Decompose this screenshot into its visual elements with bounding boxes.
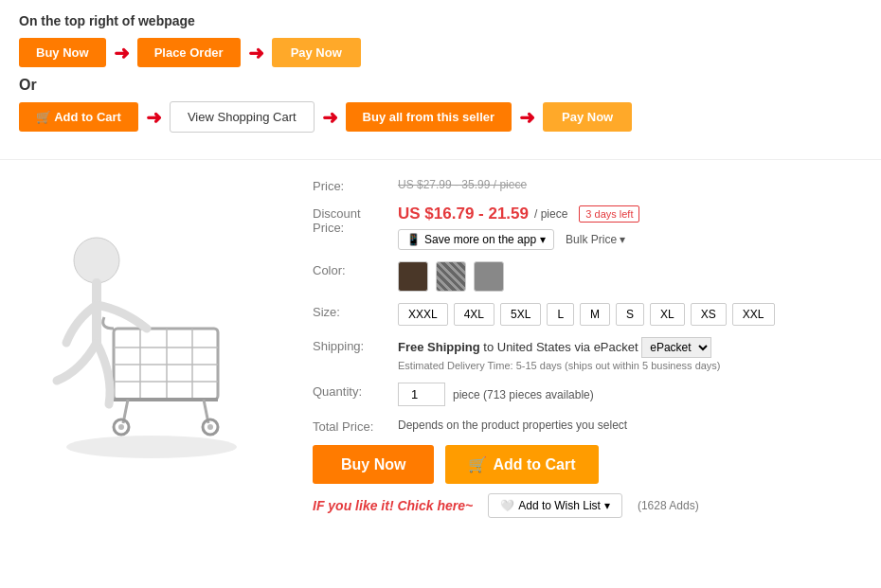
quantity-row: Quantity: piece (713 pieces available) [313, 383, 862, 406]
days-left-badge: 3 days left [579, 205, 639, 223]
arrow-icon-1: ➜ [114, 42, 130, 64]
svg-point-0 [66, 436, 237, 458]
buy-all-from-seller-button[interactable]: Buy all from this seller [346, 102, 512, 132]
product-details: Price: US $27.99 - 35.99 / piece Discoun… [303, 177, 862, 518]
top-label: On the top right of webpage [19, 13, 862, 28]
cart-icon-top: 🛒 [36, 110, 51, 124]
flow-row-1: Buy Now ➜ Place Order ➜ Pay Now [19, 38, 862, 67]
save-app-row: 📱 Save more on the app ▾ Bulk Price ▾ [398, 229, 862, 250]
qty-available-text: piece (713 pieces available) [453, 388, 594, 401]
wishlist-row: IF you like it! Chick here~ 🤍 Add to Wis… [313, 493, 862, 518]
click-here-text: IF you like it! Chick here~ [313, 498, 473, 513]
quantity-content: piece (713 pieces available) [398, 383, 862, 406]
color-swatch-1[interactable] [398, 261, 428, 292]
pay-now-button-top[interactable]: Pay Now [272, 38, 361, 67]
quantity-input[interactable] [398, 383, 445, 406]
cart-icon-main: 🛒 [468, 455, 487, 473]
discount-label: DiscountPrice: [313, 205, 388, 235]
add-to-cart-button-top[interactable]: 🛒 Add to Cart [19, 102, 138, 132]
view-shopping-cart-button[interactable]: View Shopping Cart [170, 101, 315, 133]
total-price-text: Depends on the product properties you se… [398, 419, 627, 432]
arrow-icon-5: ➜ [519, 106, 535, 129]
size-option[interactable]: 5XL [500, 303, 541, 326]
svg-point-15 [74, 238, 119, 283]
color-swatch-2[interactable] [436, 261, 466, 292]
save-app-text: Save more on the app [424, 233, 536, 246]
color-swatches [398, 261, 862, 292]
arrow-icon-2: ➜ [248, 42, 264, 64]
size-option[interactable]: XXL [732, 303, 775, 326]
shipping-content: Free Shipping to United States via ePack… [398, 337, 862, 371]
price-label: Price: [313, 177, 388, 193]
svg-point-14 [207, 424, 213, 430]
size-option[interactable]: L [547, 303, 574, 326]
total-price-row: Total Price: Depends on the product prop… [313, 418, 862, 434]
add-to-wishlist-button[interactable]: 🤍 Add to Wish List ▾ [488, 493, 622, 518]
flow-row-2: 🛒 Add to Cart ➜ View Shopping Cart ➜ Buy… [19, 101, 862, 133]
shipping-to-text: to United States via ePacket [483, 340, 638, 354]
buy-now-button-main[interactable]: Buy Now [313, 445, 434, 484]
color-content [398, 261, 862, 292]
shipping-row: Shipping: Free Shipping to United States… [313, 337, 862, 371]
size-option[interactable]: S [616, 303, 644, 326]
price-row: Price: US $27.99 - 35.99 / piece [313, 177, 862, 193]
product-image-area [19, 177, 284, 480]
wishlist-label: Add to Wish List [518, 499, 601, 512]
arrow-icon-4: ➜ [322, 106, 338, 129]
heart-icon: 🤍 [500, 499, 514, 512]
phone-icon: 📱 [406, 233, 421, 246]
total-content: Depends on the product properties you se… [398, 418, 862, 432]
svg-point-12 [118, 424, 124, 430]
wishlist-count: (1628 Adds) [638, 499, 699, 512]
shipping-info: Free Shipping to United States via ePack… [398, 337, 862, 358]
place-order-button[interactable]: Place Order [137, 38, 241, 67]
main-area: Price: US $27.99 - 35.99 / piece Discoun… [0, 168, 881, 527]
original-price: US $27.99 - 35.99 / piece [398, 178, 527, 191]
size-label: Size: [313, 303, 388, 319]
wishlist-dropdown-icon: ▾ [604, 499, 610, 512]
shipping-delivery-text: Estimated Delivery Time: 5-15 days (ship… [398, 360, 862, 371]
price-per: / piece [534, 207, 567, 221]
pay-now-button-bottom-flow[interactable]: Pay Now [543, 102, 632, 132]
price-content: US $27.99 - 35.99 / piece [398, 177, 862, 191]
size-option[interactable]: XL [650, 303, 685, 326]
size-option[interactable]: XS [691, 303, 727, 326]
color-row: Color: [313, 261, 862, 292]
size-options: XXXL4XL5XLLMSXLXSXXL [398, 303, 862, 326]
size-content: XXXL4XL5XLLMSXLXSXXL [398, 303, 862, 326]
shipping-method-select[interactable]: ePacket [641, 337, 711, 358]
or-label: Or [19, 77, 862, 94]
discount-price-row: DiscountPrice: US $16.79 - 21.59 / piece… [313, 205, 862, 250]
bulk-price-button[interactable]: Bulk Price ▾ [566, 233, 625, 246]
size-row: Size: XXXL4XL5XLLMSXLXSXXL [313, 303, 862, 326]
size-option[interactable]: M [580, 303, 610, 326]
shipping-label: Shipping: [313, 337, 388, 353]
quantity-label: Quantity: [313, 383, 388, 399]
color-label: Color: [313, 261, 388, 277]
dropdown-icon: ▾ [540, 233, 546, 246]
bulk-dropdown-icon: ▾ [620, 233, 625, 246]
size-option[interactable]: 4XL [454, 303, 494, 326]
action-buttons: Buy Now 🛒 Add to Cart [313, 445, 862, 484]
buy-now-button-top[interactable]: Buy Now [19, 38, 106, 67]
add-to-cart-button-main[interactable]: 🛒 Add to Cart [445, 445, 598, 484]
arrow-icon-3: ➜ [146, 106, 162, 129]
discount-price: US $16.79 - 21.59 [398, 205, 529, 223]
size-option[interactable]: XXXL [398, 303, 448, 326]
color-swatch-3[interactable] [474, 261, 504, 292]
free-shipping-text: Free Shipping [398, 340, 480, 354]
save-app-button[interactable]: 📱 Save more on the app ▾ [398, 229, 554, 250]
discount-content: US $16.79 - 21.59 / piece 3 days left 📱 … [398, 205, 862, 250]
total-label: Total Price: [313, 418, 388, 434]
